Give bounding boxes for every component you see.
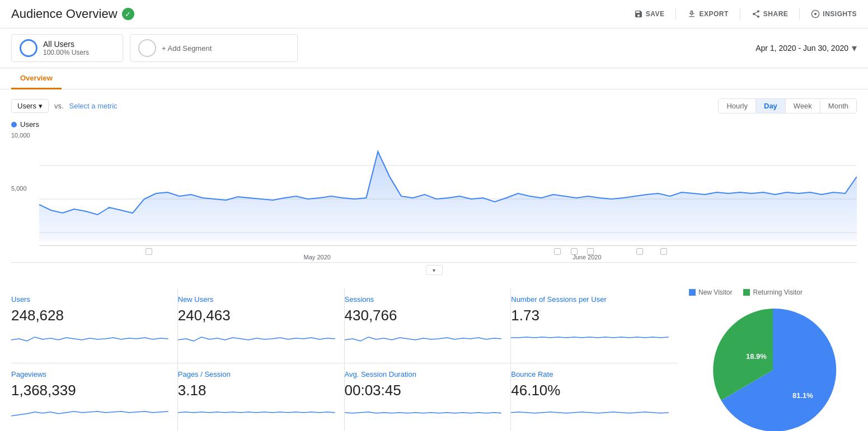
metric-card-pages-session: Pages / Session 3.18 xyxy=(178,363,345,432)
pie-chart-svg: 81.1% 18.9% xyxy=(706,303,840,431)
chart-section: Users ▾ vs. Select a metric Hourly Day W… xyxy=(0,89,868,277)
top-actions: SAVE EXPORT SHARE INSIGHTS xyxy=(634,8,857,20)
users-legend-dot xyxy=(11,122,17,127)
collapse-row: ▾ xyxy=(11,262,857,277)
metric-card-users: Users 248,628 xyxy=(11,288,178,363)
tab-overview[interactable]: Overview xyxy=(11,68,62,89)
date-range-picker[interactable]: Apr 1, 2020 - Jun 30, 2020 ▾ xyxy=(756,42,857,54)
add-segment-button[interactable]: + Add Segment xyxy=(130,34,298,62)
chart-area xyxy=(39,132,857,245)
metric-card-sessions: Sessions 430,766 xyxy=(345,288,512,363)
share-button[interactable]: SHARE xyxy=(752,10,789,18)
select-metric-link[interactable]: Select a metric xyxy=(69,102,118,110)
y-label-top: 10,000 xyxy=(11,132,30,139)
metric-value: 1.73 xyxy=(511,307,669,324)
users-legend-label: Users xyxy=(20,120,39,129)
metric-title: Sessions xyxy=(345,295,502,304)
metric-title: Bounce Rate xyxy=(511,370,669,378)
export-icon xyxy=(687,10,696,18)
y-label-mid: 5,000 xyxy=(11,185,30,192)
new-visitor-legend-dot xyxy=(689,289,696,296)
metric-card-pageviews: Pageviews 1,368,339 xyxy=(11,363,178,432)
segment-name: All Users xyxy=(43,40,89,49)
save-icon xyxy=(634,10,643,18)
metric-title: Users xyxy=(11,295,168,304)
svg-point-1 xyxy=(814,13,817,15)
y-axis: 10,000 5,000 xyxy=(11,132,30,238)
pie-wrapper: 81.1% 18.9% xyxy=(689,303,857,431)
metric-title: Pages / Session xyxy=(178,370,335,378)
main-chart-svg xyxy=(39,132,857,244)
period-day[interactable]: Day xyxy=(756,99,786,113)
add-segment-circle xyxy=(138,39,156,57)
page-title: Audience Overview ✓ xyxy=(11,7,134,21)
dropdown-arrow-icon: ▾ xyxy=(39,102,43,110)
segments-left: All Users 100.00% Users + Add Segment xyxy=(11,34,298,62)
sparkline-pageviews xyxy=(11,404,168,420)
metric-card-avg-duration: Avg. Session Duration 00:03:45 xyxy=(345,363,512,432)
metrics-section: Users 248,628 New Users 240,463 Sessions… xyxy=(0,277,868,431)
sparkline-duration xyxy=(345,404,502,420)
title-text: Audience Overview xyxy=(11,7,118,21)
segment-circle xyxy=(20,39,37,57)
timeline-dot xyxy=(660,248,667,255)
period-month[interactable]: Month xyxy=(820,99,856,113)
metric-title: Number of Sessions per User xyxy=(511,295,669,304)
add-segment-label: + Add Segment xyxy=(162,44,212,53)
metric-value: 430,766 xyxy=(345,307,502,324)
timeline-row: May 2020 June 2020 xyxy=(39,245,857,262)
chart-area-fill xyxy=(39,151,857,241)
pie-chart-section: New Visitor Returning Visitor 81.1% 18.9… xyxy=(678,288,857,431)
date-range-arrow-icon: ▾ xyxy=(852,42,857,54)
metric-value: 00:03:45 xyxy=(345,382,502,399)
metric-title: Avg. Session Duration xyxy=(345,370,502,378)
sparkline-bounce xyxy=(511,404,669,420)
share-icon xyxy=(752,10,761,18)
metric-card-sessions-per-user: Number of Sessions per User 1.73 xyxy=(511,288,678,363)
verified-icon: ✓ xyxy=(122,8,134,20)
chart-container: 10,000 5,000 xyxy=(11,132,857,245)
x-label-may: May 2020 xyxy=(304,254,331,261)
metric-dropdown-label: Users xyxy=(17,102,36,110)
metric-card-new-users: New Users 240,463 xyxy=(178,288,345,363)
metric-dropdown[interactable]: Users ▾ xyxy=(11,99,49,113)
save-button[interactable]: SAVE xyxy=(634,10,665,18)
metric-value: 46.10% xyxy=(511,382,669,399)
sparkline-pages-session xyxy=(178,404,335,420)
chart-controls: Users ▾ vs. Select a metric Hourly Day W… xyxy=(11,98,857,113)
collapse-button[interactable]: ▾ xyxy=(426,265,443,275)
pie-legend-new: New Visitor xyxy=(689,288,732,296)
period-hourly[interactable]: Hourly xyxy=(719,99,756,113)
vs-text: vs. xyxy=(54,102,64,110)
pie-legend: New Visitor Returning Visitor xyxy=(689,288,857,296)
pie-legend-returning: Returning Visitor xyxy=(743,288,803,296)
insights-button[interactable]: INSIGHTS xyxy=(811,10,857,18)
sparkline-new-users xyxy=(178,329,335,345)
metric-value: 3.18 xyxy=(178,382,335,399)
metrics-grid: Users 248,628 New Users 240,463 Sessions… xyxy=(11,288,678,431)
segment-sub: 100.00% Users xyxy=(43,49,89,56)
segment-info: All Users 100.00% Users xyxy=(43,40,89,56)
metric-card-bounce-rate: Bounce Rate 46.10% xyxy=(511,363,678,432)
metric-value: 240,463 xyxy=(178,307,335,324)
date-range-text: Apr 1, 2020 - Jun 30, 2020 xyxy=(756,44,848,53)
sparkline-sessions xyxy=(345,329,502,345)
metric-value: 1,368,339 xyxy=(11,382,168,399)
all-users-segment[interactable]: All Users 100.00% Users xyxy=(11,34,123,62)
segments-row: All Users 100.00% Users + Add Segment Ap… xyxy=(0,29,868,68)
chart-left-controls: Users ▾ vs. Select a metric xyxy=(11,99,118,113)
divider xyxy=(799,8,800,20)
timeline-dot xyxy=(554,248,561,255)
top-bar: Audience Overview ✓ SAVE EXPORT SHARE IN… xyxy=(0,0,868,29)
returning-visitor-label: Returning Visitor xyxy=(753,288,803,296)
x-label-june: June 2020 xyxy=(573,254,601,261)
period-buttons: Hourly Day Week Month xyxy=(718,98,857,113)
metric-title: New Users xyxy=(178,295,335,304)
period-week[interactable]: Week xyxy=(786,99,820,113)
sparkline-sessions-per-user xyxy=(511,329,669,345)
timeline-dot xyxy=(146,248,152,255)
tab-bar: Overview xyxy=(0,68,868,89)
divider xyxy=(740,8,740,20)
timeline-dot xyxy=(636,248,643,255)
export-button[interactable]: EXPORT xyxy=(687,10,728,18)
